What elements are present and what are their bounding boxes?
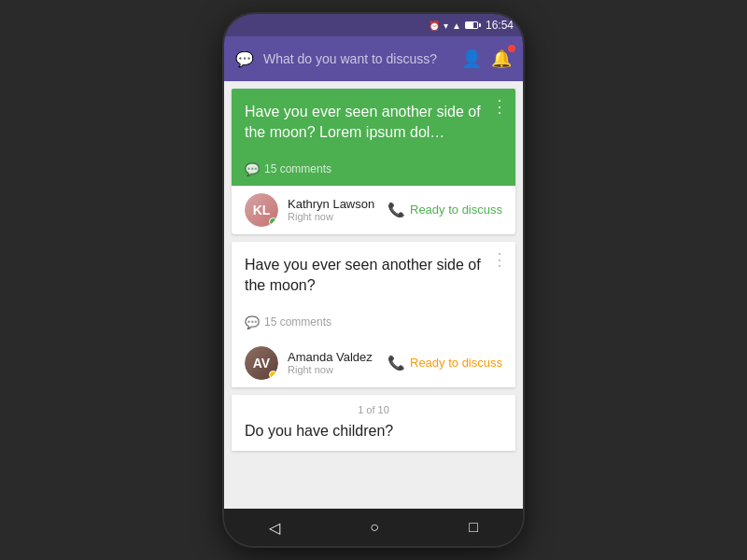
card-1-title: Have you ever seen another side of the m… bbox=[245, 102, 487, 144]
user-name-kathryn: Kathryn Lawson bbox=[288, 197, 388, 211]
battery-icon bbox=[465, 21, 478, 29]
discussion-card-2[interactable]: ⋮ Have you ever seen another side of the… bbox=[232, 242, 515, 387]
notification-badge bbox=[508, 45, 515, 52]
card-1-comments: 15 comments bbox=[264, 162, 331, 175]
card-1-body: ⋮ Have you ever seen another side of the… bbox=[232, 89, 515, 186]
avatar-amanda: AV bbox=[245, 346, 278, 380]
online-status-amanda bbox=[269, 371, 277, 379]
wifi-icon: ▾ bbox=[444, 21, 448, 31]
card-3-title: Do you have children? bbox=[245, 421, 487, 441]
card-2-footer: AV Amanda Valdez Right now 📞 Ready to di… bbox=[232, 339, 515, 387]
pagination-text: 1 of 10 bbox=[245, 404, 502, 415]
card-2-menu[interactable]: ⋮ bbox=[491, 249, 508, 270]
chat-icon: 💬 bbox=[235, 50, 254, 68]
recents-button[interactable]: □ bbox=[469, 519, 478, 536]
phone-frame: ⏰ ▾ ▲ 16:54 💬 What do you want to discus… bbox=[224, 14, 523, 546]
content-area: ⋮ Have you ever seen another side of the… bbox=[224, 81, 523, 509]
signal-icon: ▲ bbox=[452, 21, 461, 31]
user-info-kathryn: Kathryn Lawson Right now bbox=[288, 197, 388, 222]
ready-button-1[interactable]: 📞 Ready to discuss bbox=[388, 202, 502, 218]
discussion-card-1[interactable]: ⋮ Have you ever seen another side of the… bbox=[232, 89, 515, 234]
notifications-button[interactable]: 🔔 bbox=[491, 49, 512, 69]
ready-label-1: Ready to discuss bbox=[410, 203, 502, 217]
online-status-kathryn bbox=[269, 217, 277, 226]
alarm-icon: ⏰ bbox=[429, 21, 440, 31]
top-bar: 💬 What do you want to discuss? 👤 🔔 bbox=[224, 36, 523, 81]
ready-label-2: Ready to discuss bbox=[410, 356, 502, 370]
bottom-nav: ◁ ○ □ bbox=[224, 509, 523, 546]
user-name-amanda: Amanda Valdez bbox=[288, 350, 388, 364]
back-button[interactable]: ◁ bbox=[269, 519, 280, 537]
phone-icon-2: 📞 bbox=[388, 355, 405, 371]
search-placeholder[interactable]: What do you want to discuss? bbox=[263, 51, 452, 66]
ready-button-2[interactable]: 📞 Ready to discuss bbox=[388, 355, 502, 371]
user-time-kathryn: Right now bbox=[288, 211, 388, 222]
card-2-comments: 15 comments bbox=[264, 315, 331, 329]
comments-icon-1: 💬 bbox=[245, 162, 260, 176]
user-time-amanda: Right now bbox=[288, 364, 388, 375]
card-1-footer: KL Kathryn Lawson Right now 📞 Ready to d… bbox=[232, 186, 515, 234]
card-2-title: Have you ever seen another side of the m… bbox=[245, 255, 487, 297]
user-info-amanda: Amanda Valdez Right now bbox=[288, 350, 388, 375]
discussion-card-3[interactable]: 1 of 10 Do you have children? bbox=[232, 395, 515, 451]
card-2-body: ⋮ Have you ever seen another side of the… bbox=[232, 242, 515, 339]
status-time: 16:54 bbox=[486, 19, 514, 32]
account-button[interactable]: 👤 bbox=[461, 49, 482, 69]
status-bar: ⏰ ▾ ▲ 16:54 bbox=[224, 14, 523, 36]
account-icon: 👤 bbox=[461, 49, 482, 68]
bell-icon: 🔔 bbox=[491, 49, 512, 68]
phone-icon-1: 📞 bbox=[388, 202, 405, 218]
avatar-kathryn: KL bbox=[245, 193, 278, 227]
card-1-menu[interactable]: ⋮ bbox=[491, 96, 508, 117]
home-button[interactable]: ○ bbox=[370, 519, 379, 536]
comments-icon-2: 💬 bbox=[245, 315, 260, 329]
status-icons: ⏰ ▾ ▲ 16:54 bbox=[429, 19, 514, 32]
